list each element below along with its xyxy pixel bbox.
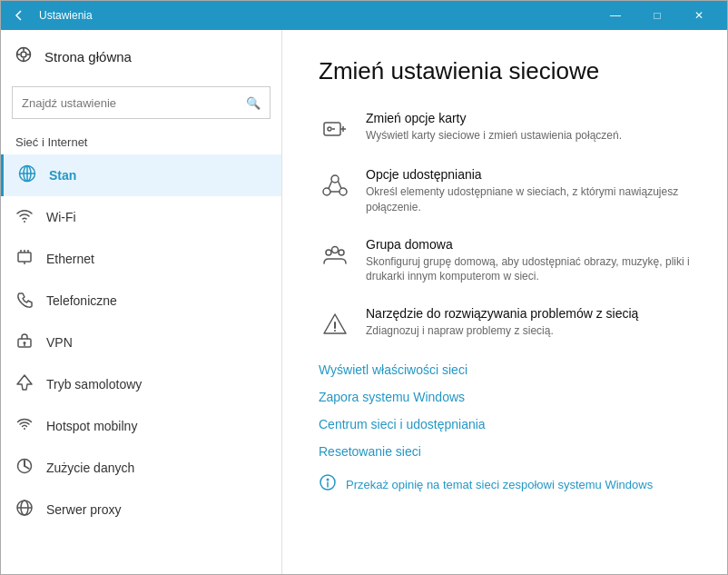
- window-title: Ustawienia: [39, 9, 595, 22]
- svg-point-19: [24, 428, 25, 430]
- sidebar-item-telefoniczne[interactable]: Telefoniczne: [1, 280, 281, 322]
- settings-window: Ustawienia — □ ✕: [0, 0, 728, 575]
- adapter-desc: Wyświetl karty sieciowe i zmień ustawien…: [366, 128, 691, 144]
- settings-item-homegroup: Grupa domowa Skonfiguruj grupę domową, a…: [319, 237, 691, 289]
- settings-item-sharing: Opcje udostępniania Określ elementy udos…: [319, 167, 691, 219]
- home-label: Strona główna: [44, 49, 132, 64]
- datausage-icon: [15, 457, 34, 479]
- search-icon: 🔍: [237, 96, 270, 110]
- close-button[interactable]: ✕: [678, 1, 720, 30]
- sidebar-label-wifi: Wi-Fi: [46, 210, 76, 224]
- home-icon: [15, 46, 32, 66]
- sidebar-label-vpn: VPN: [46, 335, 73, 350]
- link-reset[interactable]: Resetowanie sieci: [319, 444, 691, 459]
- sharing-title: Opcje udostępniania: [366, 167, 691, 182]
- title-bar: Ustawienia — □ ✕: [1, 1, 727, 30]
- svg-point-38: [334, 330, 336, 332]
- sidebar-label-ethernet: Ethernet: [46, 252, 94, 266]
- adapter-icon: [319, 113, 351, 145]
- sidebar-item-proxy[interactable]: Serwer proxy: [1, 489, 281, 530]
- svg-point-26: [328, 127, 331, 131]
- minimize-button[interactable]: —: [595, 1, 636, 30]
- section-title: Sieć i Internet: [1, 128, 281, 154]
- ethernet-icon: [15, 248, 34, 270]
- stan-icon: [18, 164, 36, 186]
- svg-point-30: [339, 188, 347, 195]
- back-button[interactable]: [8, 5, 30, 26]
- window-controls: — □ ✕: [595, 1, 720, 30]
- vpn-icon: [15, 332, 34, 353]
- sidebar-label-hotspot: Hotspot mobilny: [46, 419, 137, 433]
- sharing-icon: [319, 169, 351, 202]
- sidebar-item-stan[interactable]: Stan: [1, 154, 281, 196]
- troubleshoot-icon: [319, 308, 351, 341]
- links-section: Wyświetl właściwości sieci Zapora system…: [319, 362, 691, 459]
- svg-point-29: [323, 188, 330, 195]
- svg-point-1: [21, 52, 26, 57]
- feedback-section: Przekaż opinię na temat sieci zespołowi …: [319, 473, 691, 496]
- svg-point-17: [24, 342, 26, 344]
- homegroup-desc: Skonfiguruj grupę domową, aby udostępnia…: [366, 254, 691, 285]
- adapter-title: Zmień opcje karty: [366, 111, 691, 125]
- wifi-icon: [15, 206, 34, 228]
- airplane-icon: [15, 373, 34, 395]
- svg-line-31: [329, 182, 332, 189]
- search-box[interactable]: 🔍: [12, 86, 271, 119]
- sidebar-label-zuzycie: Zużycie danych: [46, 461, 134, 475]
- main-content: Strona główna 🔍 Sieć i Internet: [1, 30, 727, 574]
- homegroup-title: Grupa domowa: [366, 237, 691, 252]
- sidebar-item-tryb-samolotowy[interactable]: Tryb samolotowy: [1, 363, 281, 405]
- maximize-button[interactable]: □: [636, 1, 678, 30]
- hotspot-icon: [15, 415, 34, 437]
- svg-point-35: [339, 250, 344, 255]
- sidebar-label-stan: Stan: [49, 168, 76, 183]
- page-title: Zmień ustawienia sieciowe: [319, 57, 691, 85]
- sidebar-label-telefoniczne: Telefoniczne: [46, 293, 117, 308]
- link-properties[interactable]: Wyświetl właściwości sieci: [319, 362, 691, 377]
- troubleshoot-desc: Zdiagnozuj i napraw problemy z siecią.: [366, 323, 691, 339]
- phone-icon: [15, 290, 34, 312]
- sidebar-label-proxy: Serwer proxy: [46, 502, 121, 517]
- svg-line-32: [339, 182, 342, 189]
- sidebar-item-wifi[interactable]: Wi-Fi: [1, 196, 281, 238]
- sidebar-item-vpn[interactable]: VPN: [1, 322, 281, 363]
- svg-rect-11: [18, 253, 31, 262]
- svg-point-34: [326, 250, 331, 255]
- sidebar: Strona główna 🔍 Sieć i Internet: [1, 30, 282, 574]
- home-button[interactable]: Strona główna: [1, 30, 281, 83]
- main-panel: Zmień ustawienia sieciowe Zmień opcje ka…: [282, 30, 727, 574]
- troubleshoot-title: Narzędzie do rozwiązywania problemów z s…: [366, 306, 691, 321]
- proxy-icon: [15, 499, 34, 520]
- sidebar-item-ethernet[interactable]: Ethernet: [1, 238, 281, 280]
- link-firewall[interactable]: Zapora systemu Windows: [319, 390, 691, 404]
- sharing-desc: Określ elementy udostępniane w sieciach,…: [366, 184, 691, 215]
- settings-item-troubleshoot: Narzędzie do rozwiązywania problemów z s…: [319, 306, 691, 344]
- settings-item-adapter: Zmień opcje karty Wyświetl karty sieciow…: [319, 111, 691, 149]
- homegroup-icon: [319, 239, 351, 272]
- sidebar-item-zuzycie[interactable]: Zużycie danych: [1, 447, 281, 489]
- svg-point-40: [327, 479, 330, 481]
- feedback-icon: [319, 473, 337, 496]
- link-sharing-center[interactable]: Centrum sieci i udostępniania: [319, 417, 691, 431]
- svg-point-28: [331, 175, 339, 183]
- svg-point-10: [24, 221, 25, 223]
- svg-point-36: [332, 246, 339, 253]
- feedback-link[interactable]: Przekaż opinię na temat sieci zespołowi …: [346, 478, 653, 491]
- search-input[interactable]: [13, 96, 237, 110]
- sidebar-item-hotspot[interactable]: Hotspot mobilny: [1, 405, 281, 447]
- sidebar-label-samolotowy: Tryb samolotowy: [46, 377, 142, 392]
